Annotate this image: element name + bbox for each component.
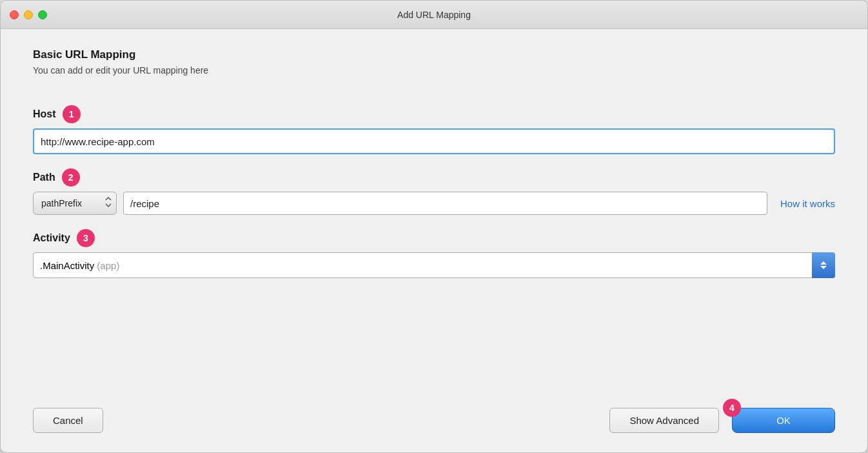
path-row: pathPrefix pathPattern pathLiteral How i… xyxy=(33,192,835,215)
dialog-footer: Cancel Show Advanced 4 OK xyxy=(1,395,867,452)
activity-display[interactable]: .MainActivity (app) xyxy=(33,252,835,278)
path-field-group: Path 2 pathPrefix pathPattern pathLitera… xyxy=(33,168,835,215)
activity-qualifier: (app) xyxy=(97,260,119,271)
activity-field-group: Activity 3 .MainActivity (app) xyxy=(33,229,835,278)
section-title: Basic URL Mapping xyxy=(33,48,835,61)
path-input[interactable] xyxy=(123,192,767,215)
section-header: Basic URL Mapping You can add or edit yo… xyxy=(33,48,835,91)
ok-button[interactable]: OK xyxy=(732,408,835,433)
maximize-button[interactable] xyxy=(38,10,47,19)
minimize-button[interactable] xyxy=(24,10,33,19)
window-controls xyxy=(10,10,47,19)
ok-step-badge: 4 xyxy=(723,399,741,417)
main-window: Add URL Mapping Basic URL Mapping You ca… xyxy=(0,0,868,453)
close-button[interactable] xyxy=(10,10,19,19)
title-bar: Add URL Mapping xyxy=(1,1,867,29)
path-label: Path xyxy=(33,172,55,183)
window-title: Add URL Mapping xyxy=(397,10,471,20)
activity-value: .MainActivity xyxy=(40,260,94,271)
dialog-content: Basic URL Mapping You can add or edit yo… xyxy=(1,29,867,395)
activity-select-wrapper: .MainActivity (app) xyxy=(33,252,835,278)
host-step-badge: 1 xyxy=(63,105,81,123)
host-field-group: Host 1 xyxy=(33,105,835,154)
host-label-row: Host 1 xyxy=(33,105,835,123)
how-it-works-link[interactable]: How it works xyxy=(780,198,835,209)
path-label-row: Path 2 xyxy=(33,168,835,186)
path-type-select[interactable]: pathPrefix pathPattern pathLiteral xyxy=(33,192,117,215)
host-input[interactable] xyxy=(33,128,835,154)
ok-button-wrapper: 4 OK xyxy=(732,408,835,433)
path-step-badge: 2 xyxy=(62,168,80,186)
activity-label-row: Activity 3 xyxy=(33,229,835,247)
path-type-wrapper: pathPrefix pathPattern pathLiteral xyxy=(33,192,117,215)
activity-step-badge: 3 xyxy=(77,229,95,247)
activity-label: Activity xyxy=(33,232,70,244)
host-label: Host xyxy=(33,108,56,120)
show-advanced-button[interactable]: Show Advanced xyxy=(609,408,719,433)
cancel-button[interactable]: Cancel xyxy=(33,408,103,433)
section-subtitle: You can add or edit your URL mapping her… xyxy=(33,65,835,76)
footer-right: Show Advanced 4 OK xyxy=(609,408,835,433)
